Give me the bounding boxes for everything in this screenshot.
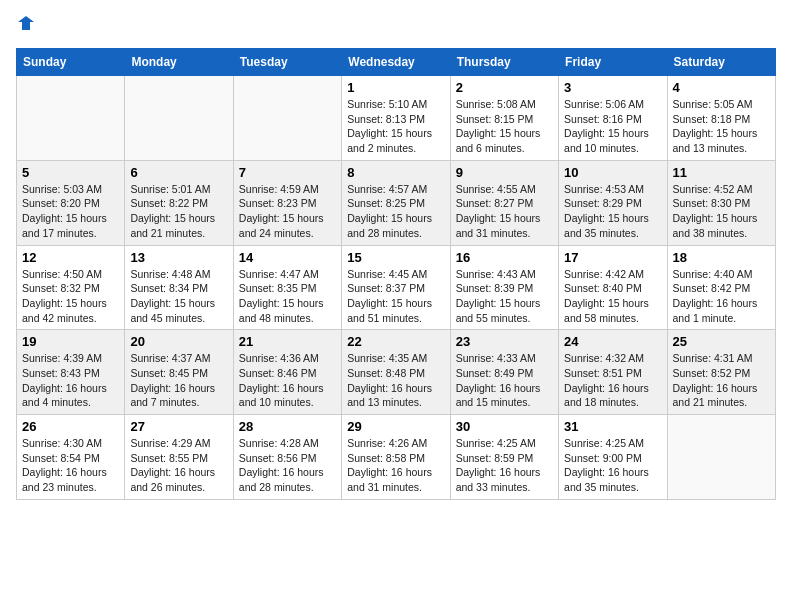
day-number: 15 <box>347 250 444 265</box>
day-number: 28 <box>239 419 336 434</box>
day-info: Sunrise: 5:03 AM Sunset: 8:20 PM Dayligh… <box>22 182 119 241</box>
calendar-cell: 4Sunrise: 5:05 AM Sunset: 8:18 PM Daylig… <box>667 76 775 161</box>
calendar-cell <box>125 76 233 161</box>
day-number: 23 <box>456 334 553 349</box>
calendar-cell: 3Sunrise: 5:06 AM Sunset: 8:16 PM Daylig… <box>559 76 667 161</box>
calendar-cell: 5Sunrise: 5:03 AM Sunset: 8:20 PM Daylig… <box>17 160 125 245</box>
day-number: 3 <box>564 80 661 95</box>
day-info: Sunrise: 4:53 AM Sunset: 8:29 PM Dayligh… <box>564 182 661 241</box>
day-number: 5 <box>22 165 119 180</box>
day-info: Sunrise: 4:31 AM Sunset: 8:52 PM Dayligh… <box>673 351 770 410</box>
day-number: 29 <box>347 419 444 434</box>
calendar-cell: 1Sunrise: 5:10 AM Sunset: 8:13 PM Daylig… <box>342 76 450 161</box>
day-number: 9 <box>456 165 553 180</box>
day-info: Sunrise: 4:25 AM Sunset: 9:00 PM Dayligh… <box>564 436 661 495</box>
day-info: Sunrise: 5:06 AM Sunset: 8:16 PM Dayligh… <box>564 97 661 156</box>
day-number: 19 <box>22 334 119 349</box>
calendar-cell: 18Sunrise: 4:40 AM Sunset: 8:42 PM Dayli… <box>667 245 775 330</box>
calendar-week-row: 12Sunrise: 4:50 AM Sunset: 8:32 PM Dayli… <box>17 245 776 330</box>
day-number: 12 <box>22 250 119 265</box>
calendar-cell: 12Sunrise: 4:50 AM Sunset: 8:32 PM Dayli… <box>17 245 125 330</box>
day-number: 27 <box>130 419 227 434</box>
logo-icon <box>18 16 34 36</box>
calendar-cell: 25Sunrise: 4:31 AM Sunset: 8:52 PM Dayli… <box>667 330 775 415</box>
calendar-week-row: 19Sunrise: 4:39 AM Sunset: 8:43 PM Dayli… <box>17 330 776 415</box>
day-number: 25 <box>673 334 770 349</box>
calendar-cell: 22Sunrise: 4:35 AM Sunset: 8:48 PM Dayli… <box>342 330 450 415</box>
day-info: Sunrise: 4:29 AM Sunset: 8:55 PM Dayligh… <box>130 436 227 495</box>
header-thursday: Thursday <box>450 49 558 76</box>
day-number: 26 <box>22 419 119 434</box>
calendar-cell: 28Sunrise: 4:28 AM Sunset: 8:56 PM Dayli… <box>233 415 341 500</box>
day-number: 1 <box>347 80 444 95</box>
calendar-week-row: 5Sunrise: 5:03 AM Sunset: 8:20 PM Daylig… <box>17 160 776 245</box>
calendar-cell: 11Sunrise: 4:52 AM Sunset: 8:30 PM Dayli… <box>667 160 775 245</box>
header-monday: Monday <box>125 49 233 76</box>
calendar-cell <box>17 76 125 161</box>
header-tuesday: Tuesday <box>233 49 341 76</box>
calendar-table: SundayMondayTuesdayWednesdayThursdayFrid… <box>16 48 776 500</box>
calendar-cell: 24Sunrise: 4:32 AM Sunset: 8:51 PM Dayli… <box>559 330 667 415</box>
day-number: 24 <box>564 334 661 349</box>
calendar-cell: 9Sunrise: 4:55 AM Sunset: 8:27 PM Daylig… <box>450 160 558 245</box>
day-info: Sunrise: 4:37 AM Sunset: 8:45 PM Dayligh… <box>130 351 227 410</box>
page-header <box>16 16 776 36</box>
day-info: Sunrise: 4:28 AM Sunset: 8:56 PM Dayligh… <box>239 436 336 495</box>
day-number: 2 <box>456 80 553 95</box>
day-info: Sunrise: 5:08 AM Sunset: 8:15 PM Dayligh… <box>456 97 553 156</box>
calendar-cell: 19Sunrise: 4:39 AM Sunset: 8:43 PM Dayli… <box>17 330 125 415</box>
day-info: Sunrise: 4:48 AM Sunset: 8:34 PM Dayligh… <box>130 267 227 326</box>
day-info: Sunrise: 4:40 AM Sunset: 8:42 PM Dayligh… <box>673 267 770 326</box>
day-info: Sunrise: 4:47 AM Sunset: 8:35 PM Dayligh… <box>239 267 336 326</box>
day-number: 18 <box>673 250 770 265</box>
day-number: 22 <box>347 334 444 349</box>
day-number: 20 <box>130 334 227 349</box>
day-info: Sunrise: 4:42 AM Sunset: 8:40 PM Dayligh… <box>564 267 661 326</box>
day-number: 17 <box>564 250 661 265</box>
calendar-cell: 8Sunrise: 4:57 AM Sunset: 8:25 PM Daylig… <box>342 160 450 245</box>
day-info: Sunrise: 4:33 AM Sunset: 8:49 PM Dayligh… <box>456 351 553 410</box>
day-number: 13 <box>130 250 227 265</box>
calendar-cell: 27Sunrise: 4:29 AM Sunset: 8:55 PM Dayli… <box>125 415 233 500</box>
day-info: Sunrise: 4:36 AM Sunset: 8:46 PM Dayligh… <box>239 351 336 410</box>
day-number: 31 <box>564 419 661 434</box>
calendar-cell: 10Sunrise: 4:53 AM Sunset: 8:29 PM Dayli… <box>559 160 667 245</box>
day-number: 8 <box>347 165 444 180</box>
day-number: 6 <box>130 165 227 180</box>
day-number: 11 <box>673 165 770 180</box>
calendar-cell: 13Sunrise: 4:48 AM Sunset: 8:34 PM Dayli… <box>125 245 233 330</box>
svg-marker-0 <box>18 16 34 30</box>
day-info: Sunrise: 4:35 AM Sunset: 8:48 PM Dayligh… <box>347 351 444 410</box>
header-saturday: Saturday <box>667 49 775 76</box>
calendar-header-row: SundayMondayTuesdayWednesdayThursdayFrid… <box>17 49 776 76</box>
day-number: 16 <box>456 250 553 265</box>
day-info: Sunrise: 4:39 AM Sunset: 8:43 PM Dayligh… <box>22 351 119 410</box>
day-info: Sunrise: 4:30 AM Sunset: 8:54 PM Dayligh… <box>22 436 119 495</box>
calendar-cell: 30Sunrise: 4:25 AM Sunset: 8:59 PM Dayli… <box>450 415 558 500</box>
day-info: Sunrise: 4:43 AM Sunset: 8:39 PM Dayligh… <box>456 267 553 326</box>
day-number: 10 <box>564 165 661 180</box>
header-sunday: Sunday <box>17 49 125 76</box>
calendar-cell: 21Sunrise: 4:36 AM Sunset: 8:46 PM Dayli… <box>233 330 341 415</box>
header-wednesday: Wednesday <box>342 49 450 76</box>
day-info: Sunrise: 4:25 AM Sunset: 8:59 PM Dayligh… <box>456 436 553 495</box>
calendar-cell: 20Sunrise: 4:37 AM Sunset: 8:45 PM Dayli… <box>125 330 233 415</box>
calendar-cell <box>233 76 341 161</box>
calendar-cell: 6Sunrise: 5:01 AM Sunset: 8:22 PM Daylig… <box>125 160 233 245</box>
calendar-cell: 16Sunrise: 4:43 AM Sunset: 8:39 PM Dayli… <box>450 245 558 330</box>
calendar-week-row: 26Sunrise: 4:30 AM Sunset: 8:54 PM Dayli… <box>17 415 776 500</box>
calendar-cell: 26Sunrise: 4:30 AM Sunset: 8:54 PM Dayli… <box>17 415 125 500</box>
day-info: Sunrise: 4:52 AM Sunset: 8:30 PM Dayligh… <box>673 182 770 241</box>
calendar-cell: 31Sunrise: 4:25 AM Sunset: 9:00 PM Dayli… <box>559 415 667 500</box>
header-friday: Friday <box>559 49 667 76</box>
day-number: 14 <box>239 250 336 265</box>
day-info: Sunrise: 4:45 AM Sunset: 8:37 PM Dayligh… <box>347 267 444 326</box>
calendar-cell: 15Sunrise: 4:45 AM Sunset: 8:37 PM Dayli… <box>342 245 450 330</box>
calendar-cell <box>667 415 775 500</box>
calendar-cell: 29Sunrise: 4:26 AM Sunset: 8:58 PM Dayli… <box>342 415 450 500</box>
calendar-cell: 17Sunrise: 4:42 AM Sunset: 8:40 PM Dayli… <box>559 245 667 330</box>
day-number: 30 <box>456 419 553 434</box>
calendar-cell: 7Sunrise: 4:59 AM Sunset: 8:23 PM Daylig… <box>233 160 341 245</box>
day-info: Sunrise: 5:10 AM Sunset: 8:13 PM Dayligh… <box>347 97 444 156</box>
day-info: Sunrise: 5:01 AM Sunset: 8:22 PM Dayligh… <box>130 182 227 241</box>
